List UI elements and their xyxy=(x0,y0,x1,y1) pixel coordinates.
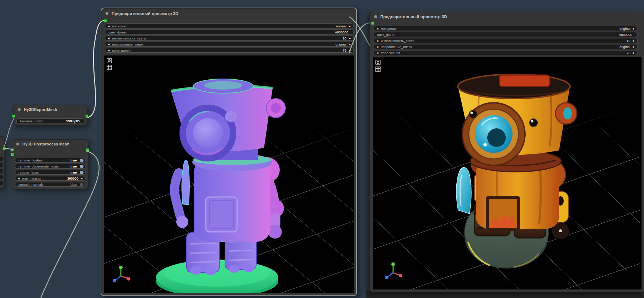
widget-value: 10 xyxy=(627,39,630,43)
decrement-arrow-icon[interactable]: ◀ xyxy=(376,52,378,54)
widget-material[interactable]: ◀ материал original ▶ xyxy=(374,26,638,31)
increment-arrow-icon[interactable]: ▶ xyxy=(349,37,351,39)
widget-reduce-faces[interactable]: reduce_faces true xyxy=(15,170,86,175)
combo-next-icon[interactable]: ▶ xyxy=(349,25,351,27)
widget-max-facenum[interactable]: ◀ max_facenum 300000 ▶ xyxy=(15,176,86,181)
combo-prev-icon[interactable]: ◀ xyxy=(108,25,109,27)
widget-value: #000000 xyxy=(335,30,348,34)
toggle-on-icon[interactable] xyxy=(80,159,84,162)
increment-arrow-icon[interactable]: ▶ xyxy=(81,177,83,180)
output-slot[interactable] xyxy=(86,148,89,151)
comfyui-node-graph[interactable]: { "graph": { "background_color": "#2d3a4… xyxy=(0,0,644,298)
widget-value: 75 xyxy=(627,51,630,55)
widget-smooth-normals[interactable]: smooth_normals false xyxy=(15,182,86,187)
viewport-camera-button[interactable] xyxy=(375,60,381,65)
3d-viewport-right[interactable] xyxy=(373,57,642,289)
widget-label: цвет_фона xyxy=(108,30,126,34)
widget-label: направление_вверх xyxy=(112,42,143,46)
widget-background-color[interactable]: цвет_фона #000000 xyxy=(374,32,638,37)
decrement-arrow-icon[interactable]: ◀ xyxy=(18,177,20,180)
node-preview-3d-right[interactable]: Предварительный просмотр 3D ◀ материал o… xyxy=(370,12,644,292)
input-slot[interactable] xyxy=(104,19,107,22)
input-slot[interactable] xyxy=(371,22,374,25)
widget-value: 10 xyxy=(343,36,347,40)
widget-light-intensity[interactable]: ◀ интенсивность_света 10 ▶ xyxy=(105,36,354,41)
combo-next-icon[interactable]: ▶ xyxy=(633,46,635,48)
node-title: Hy3DExportMesh xyxy=(24,107,57,112)
widget-value: original xyxy=(619,45,630,49)
combo-next-icon[interactable]: ▶ xyxy=(633,27,635,30)
widget-label: материал xyxy=(112,24,127,28)
node-preview-3d-left[interactable]: Предварительный просмотр 3D ◀ материал n… xyxy=(101,8,357,296)
node-status-dot xyxy=(18,108,21,111)
viewport-grid-toggle-button[interactable] xyxy=(107,65,112,70)
node-status-dot xyxy=(106,12,108,15)
increment-arrow-icon[interactable]: ▶ xyxy=(633,39,635,42)
node-title: Hy3D Postprocess Mesh xyxy=(22,142,70,146)
combo-prev-icon[interactable]: ◀ xyxy=(108,43,109,46)
combo-next-icon[interactable]: ▶ xyxy=(349,43,351,46)
widget-material[interactable]: ◀ материал normal ▶ xyxy=(105,23,354,28)
widget-value: false xyxy=(70,182,77,186)
decrement-arrow-icon[interactable]: ◀ xyxy=(108,49,109,52)
widget-light-intensity[interactable]: ◀ интенсивность_света 10 ▶ xyxy=(374,38,638,43)
axis-gizmo xyxy=(383,261,403,281)
combo-next-icon[interactable]: ▶ xyxy=(349,49,351,52)
combo-next-icon[interactable]: ▶ xyxy=(633,52,635,54)
toggle-off-icon[interactable] xyxy=(80,183,84,186)
widget-background-color[interactable]: цвет_фона #000000 xyxy=(105,30,354,34)
decrement-arrow-icon[interactable]: ◀ xyxy=(376,39,378,42)
viewport-grid-toggle-button[interactable] xyxy=(375,66,381,72)
widget-label: интенсивность_света xyxy=(381,39,414,43)
widget-value: 3D/Hy3D xyxy=(66,119,80,123)
output-slot[interactable] xyxy=(85,115,88,118)
widget-label: интенсивность_света xyxy=(112,36,145,40)
node-title-bar[interactable]: Hy3D Postprocess Mesh xyxy=(12,140,88,148)
widget-label: filename_prefix xyxy=(20,119,43,123)
widget-field-of-view[interactable]: ◀ поле зрения 75 ▶ xyxy=(105,48,354,53)
combo-prev-icon[interactable]: ◀ xyxy=(376,27,378,30)
widget-value: original xyxy=(619,27,630,31)
widget-value: original xyxy=(336,42,347,46)
widget-label: направление_вверх xyxy=(381,45,412,49)
node-title-bar[interactable]: Hy3DExportMesh xyxy=(14,105,87,114)
textured-robot-render xyxy=(373,57,642,289)
widget-value: true xyxy=(70,170,77,174)
toggle-on-icon[interactable] xyxy=(80,171,84,174)
viewport-camera-button[interactable] xyxy=(107,58,112,63)
toggle-on-icon[interactable] xyxy=(80,165,84,168)
widget-value: 75 xyxy=(343,48,347,52)
axis-gizmo xyxy=(111,264,131,284)
widget-label: reduce_faces xyxy=(18,170,39,174)
widget-remove-floaters[interactable]: remove_floaters true xyxy=(15,158,86,163)
widget-label: max_facenum xyxy=(22,176,43,180)
widget-value: true xyxy=(70,158,77,162)
node-title: Предварительный просмотр 3D xyxy=(112,11,178,16)
output-slot[interactable] xyxy=(2,147,6,150)
widget-field-of-view[interactable]: ◀ поле зрения 75 ▶ xyxy=(374,50,638,55)
input-slot-1[interactable] xyxy=(11,148,14,151)
node-offscreen-left[interactable] xyxy=(0,136,5,188)
widget-label: поле зрения xyxy=(112,48,131,52)
widget-value: normal xyxy=(336,24,347,28)
widget-up-direction[interactable]: ◀ направление_вверх original ▶ xyxy=(105,42,354,47)
node-title-bar[interactable]: Предварительный просмотр 3D xyxy=(370,12,644,21)
combo-prev-icon[interactable]: ◀ xyxy=(376,46,378,48)
widget-label: поле зрения xyxy=(381,51,400,55)
node-status-dot xyxy=(16,143,19,145)
3d-viewport-left[interactable] xyxy=(104,55,354,293)
widget-value: 300000 xyxy=(67,176,79,180)
widget-up-direction[interactable]: ◀ направление_вверх original ▶ xyxy=(374,44,638,49)
widget-value: #000000 xyxy=(619,33,632,37)
input-slot-2[interactable] xyxy=(11,153,14,156)
widget-filename-prefix[interactable]: filename_prefix 3D/Hy3D xyxy=(16,118,85,123)
decrement-arrow-icon[interactable]: ◀ xyxy=(108,37,109,39)
widget-label: remove_degenerate_faces xyxy=(18,164,59,168)
widget-label: цвет_фона xyxy=(377,33,395,37)
node-title-bar[interactable]: Предварительный просмотр 3D xyxy=(101,8,356,19)
node-hy3d-postprocess-mesh[interactable]: Hy3D Postprocess Mesh remove_floaters tr… xyxy=(12,139,88,189)
input-slot[interactable] xyxy=(12,115,15,118)
widget-remove-degenerate-faces[interactable]: remove_degenerate_faces true xyxy=(15,164,86,169)
node-status-dot xyxy=(374,15,377,18)
node-hy3d-export-mesh[interactable]: Hy3DExportMesh filename_prefix 3D/Hy3D xyxy=(13,105,87,126)
